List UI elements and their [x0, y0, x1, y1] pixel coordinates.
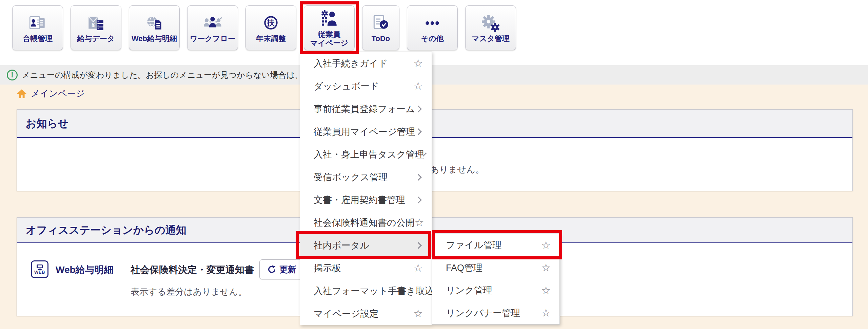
- toolbar-label: 給与データ: [77, 34, 115, 43]
- breadcrumb-label: メインページ: [31, 88, 85, 99]
- svg-text:¥: ¥: [92, 22, 95, 29]
- toolbar-button-workflow[interactable]: ワークフロー: [187, 5, 238, 50]
- submenu-item-file-management[interactable]: ファイル管理 ☆: [432, 234, 559, 257]
- toolbar-button-web-payslip[interactable]: Web給与明細: [129, 5, 180, 50]
- refresh-button[interactable]: 更新: [259, 259, 304, 279]
- svg-text:扶: 扶: [267, 19, 275, 28]
- menu-item-inbox-admin[interactable]: 受信ボックス管理: [300, 166, 432, 188]
- toolbar-button-master[interactable]: マスタ管理: [465, 5, 516, 50]
- toolbar-label: マスタ管理: [472, 34, 510, 43]
- master-gear-icon: [481, 13, 500, 34]
- web-icon-label: WEB: [34, 270, 45, 274]
- toolbar-label: ToDo: [372, 34, 390, 43]
- submenu-chevron-icon: [415, 106, 422, 112]
- refresh-button-label: 更新: [279, 264, 296, 275]
- ledger-card-icon: [28, 13, 47, 34]
- menu-change-notice-bar: ! メニューの構成が変わりました。お探しのメニューが見つからない場合は、 こちら: [0, 65, 868, 85]
- menu-item-dashboard[interactable]: ダッシュボード ☆: [300, 75, 432, 97]
- news-panel: お知らせ お知らせはありません。: [17, 109, 853, 191]
- menu-item-onboarding-guide[interactable]: 入社手続きガイド ☆: [300, 52, 432, 75]
- menu-item-employee-mypage-admin[interactable]: 従業員用マイページ管理: [300, 120, 432, 143]
- more-dots-icon: [422, 13, 442, 34]
- notifications-panel-title: オフィスステーションからの通知: [26, 223, 186, 237]
- web-payslip-badge-icon: WEB: [31, 260, 48, 278]
- employee-mypage-icon: [319, 8, 339, 30]
- toolbar-button-ledger[interactable]: 台帳管理: [12, 5, 63, 50]
- menu-item-company-portal[interactable]: 社内ポータル: [300, 234, 432, 257]
- breadcrumb[interactable]: メインページ: [17, 88, 85, 99]
- info-exclamation-icon: !: [7, 70, 18, 80]
- submenu-chevron-icon: [415, 128, 422, 135]
- submenu-item-link-banner-management[interactable]: リンクバナー管理 ☆: [432, 302, 559, 325]
- year-end-adjustment-icon: 扶: [261, 13, 281, 34]
- favorite-star-icon[interactable]: ☆: [415, 217, 424, 228]
- main-toolbar: 台帳管理 ¥ 給与データ: [12, 5, 516, 50]
- menu-item-mypage-settings[interactable]: マイページ設定 ☆: [300, 302, 432, 325]
- toolbar-label: その他: [421, 34, 443, 43]
- toolbar-label: 台帳管理: [23, 34, 53, 43]
- news-panel-header: お知らせ: [17, 110, 852, 138]
- favorite-star-icon[interactable]: ☆: [413, 263, 423, 273]
- toolbar-button-payroll-data[interactable]: ¥ 給与データ: [71, 5, 121, 50]
- menu-item-pre-registration-form[interactable]: 事前従業員登録フォーム: [300, 97, 432, 120]
- toolbar-label: ワークフロー: [190, 34, 235, 43]
- favorite-star-icon[interactable]: ☆: [413, 58, 423, 69]
- menu-item-document-contract-admin[interactable]: 文書・雇用契約書管理: [300, 188, 432, 211]
- favorite-star-icon[interactable]: ☆: [413, 81, 423, 91]
- favorite-star-icon[interactable]: ☆: [541, 308, 551, 318]
- notice-message: メニューの構成が変わりました。お探しのメニューが見つからない場合は、: [22, 70, 303, 80]
- toolbar-button-todo[interactable]: ToDo: [362, 5, 399, 50]
- toolbar-button-others[interactable]: その他: [407, 5, 458, 50]
- refresh-icon: [267, 265, 276, 274]
- menu-item-bulletin-board[interactable]: 掲示板 ☆: [300, 257, 432, 279]
- news-panel-body: お知らせはありません。: [17, 138, 852, 191]
- submenu-chevron-icon: [415, 242, 422, 249]
- notification-status-text: 表示する差分はありません。: [131, 286, 247, 298]
- toolbar-label: Web給与明細: [132, 34, 177, 43]
- submenu-item-link-management[interactable]: リンク管理 ☆: [432, 279, 559, 302]
- notification-category: Web給与明細: [56, 263, 114, 276]
- menu-item-onboarding-task-admin[interactable]: 入社・身上申告タスク管理: [300, 143, 432, 166]
- news-panel-title: お知らせ: [26, 116, 68, 131]
- favorite-star-icon[interactable]: ☆: [413, 308, 423, 319]
- payroll-data-icon: ¥: [86, 13, 106, 34]
- submenu-chevron-icon: [415, 174, 422, 181]
- todo-check-icon: [371, 13, 391, 34]
- toolbar-button-employee-mypage[interactable]: 従業員マイページ: [304, 5, 355, 50]
- workflow-people-icon: [203, 13, 222, 34]
- home-icon: [17, 89, 27, 99]
- submenu-chevron-icon: [415, 197, 422, 203]
- favorite-star-icon[interactable]: ☆: [541, 285, 551, 296]
- submenu-item-faq-management[interactable]: FAQ管理 ☆: [432, 257, 559, 279]
- company-portal-submenu: ファイル管理 ☆ FAQ管理 ☆ リンク管理 ☆ リンクバナー管理 ☆: [432, 234, 560, 325]
- favorite-star-icon[interactable]: ☆: [541, 262, 551, 273]
- favorite-star-icon[interactable]: ☆: [541, 240, 551, 251]
- web-payslip-icon: [144, 13, 164, 34]
- toolbar-button-year-end[interactable]: 扶 年末調整: [245, 5, 296, 50]
- employee-mypage-menu: 入社手続きガイド ☆ ダッシュボード ☆ 事前従業員登録フォーム 従業員用マイペ…: [300, 52, 432, 325]
- notification-document-title: 社会保険料決定・変更通知書: [131, 263, 254, 276]
- menu-item-handwritten-format-import[interactable]: 入社フォーマット手書き取込: [300, 279, 432, 302]
- toolbar-label: 従業員マイページ: [310, 30, 348, 48]
- toolbar-label: 年末調整: [256, 34, 286, 43]
- menu-item-insurance-notice-publish[interactable]: 社会保険料通知書の公開 ☆: [300, 211, 432, 234]
